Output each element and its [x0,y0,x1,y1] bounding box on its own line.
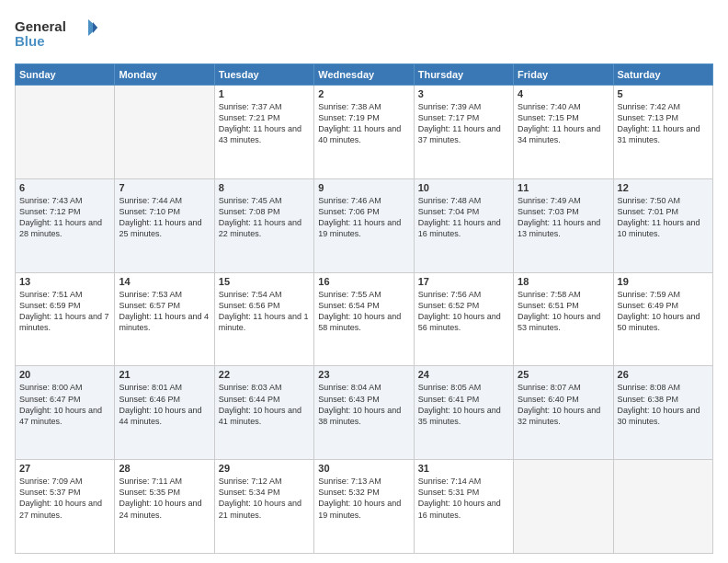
day-number: 19 [618,276,709,287]
table-row: 25Sunrise: 8:07 AMSunset: 6:40 PMDayligh… [514,366,613,460]
day-detail: Sunrise: 7:38 AM [318,102,381,111]
day-detail: Daylight: 10 hours and 21 minutes. [219,499,301,519]
day-info: Sunrise: 7:44 AMSunset: 7:10 PMDaylight:… [119,195,210,240]
day-number: 11 [518,182,609,193]
calendar-week-row: 13Sunrise: 7:51 AMSunset: 6:59 PMDayligh… [16,272,713,366]
day-detail: Daylight: 10 hours and 56 minutes. [418,312,501,332]
day-number: 15 [219,276,310,287]
day-detail: Sunrise: 7:42 AM [618,102,681,111]
day-info: Sunrise: 7:14 AMSunset: 5:31 PMDaylight:… [418,476,509,521]
day-detail: Daylight: 11 hours and 43 minutes. [219,124,301,144]
day-number: 30 [318,463,409,474]
day-detail: Sunrise: 7:56 AM [418,290,482,299]
table-row: 11Sunrise: 7:49 AMSunset: 7:03 PMDayligh… [514,178,613,272]
day-detail: Daylight: 10 hours and 41 minutes. [219,406,301,426]
table-row: 30Sunrise: 7:13 AMSunset: 5:32 PMDayligh… [314,460,414,554]
table-row: 7Sunrise: 7:44 AMSunset: 7:10 PMDaylight… [115,178,214,272]
day-info: Sunrise: 7:48 AMSunset: 7:04 PMDaylight:… [418,195,509,240]
day-number: 29 [219,463,310,474]
day-info: Sunrise: 7:42 AMSunset: 7:13 PMDaylight:… [618,101,709,146]
day-info: Sunrise: 7:40 AMSunset: 7:15 PMDaylight:… [518,101,609,146]
day-detail: Sunset: 5:31 PM [418,488,480,497]
day-detail: Daylight: 10 hours and 35 minutes. [418,406,501,426]
day-number: 23 [318,369,409,380]
day-number: 4 [518,88,609,99]
day-detail: Sunset: 7:12 PM [19,207,81,216]
day-detail: Sunset: 6:51 PM [518,301,579,310]
day-detail: Daylight: 11 hours and 37 minutes. [418,124,501,144]
day-number: 24 [418,369,509,380]
day-detail: Daylight: 11 hours and 40 minutes. [318,124,401,144]
table-row: 13Sunrise: 7:51 AMSunset: 6:59 PMDayligh… [16,272,115,366]
table-row: 4Sunrise: 7:40 AMSunset: 7:15 PMDaylight… [514,86,613,179]
day-number: 7 [119,182,210,193]
table-row: 27Sunrise: 7:09 AMSunset: 5:37 PMDayligh… [16,460,115,554]
day-detail: Sunrise: 7:37 AM [219,102,282,111]
day-detail: Sunset: 6:56 PM [219,301,280,310]
day-info: Sunrise: 7:43 AMSunset: 7:12 PMDaylight:… [19,195,110,240]
day-detail: Sunrise: 7:45 AM [219,196,282,205]
calendar-week-row: 20Sunrise: 8:00 AMSunset: 6:47 PMDayligh… [16,366,713,460]
day-detail: Sunrise: 7:58 AM [518,290,581,299]
day-detail: Sunset: 6:46 PM [119,395,180,404]
table-row: 16Sunrise: 7:55 AMSunset: 6:54 PMDayligh… [314,272,414,366]
day-detail: Sunset: 6:44 PM [219,395,280,404]
day-number: 5 [618,88,709,99]
table-row: 21Sunrise: 8:01 AMSunset: 6:46 PMDayligh… [115,366,214,460]
day-detail: Daylight: 11 hours and 4 minutes. [119,312,209,332]
day-detail: Sunset: 6:54 PM [318,301,380,310]
table-row: 14Sunrise: 7:53 AMSunset: 6:57 PMDayligh… [115,272,214,366]
day-detail: Daylight: 10 hours and 24 minutes. [119,499,201,519]
table-row: 31Sunrise: 7:14 AMSunset: 5:31 PMDayligh… [414,460,513,554]
table-row [115,86,214,179]
table-row: 24Sunrise: 8:05 AMSunset: 6:41 PMDayligh… [414,366,513,460]
day-number: 9 [318,182,409,193]
day-number: 25 [518,369,609,380]
day-number: 6 [19,182,110,193]
day-detail: Daylight: 11 hours and 22 minutes. [219,218,301,238]
table-row: 22Sunrise: 8:03 AMSunset: 6:44 PMDayligh… [214,366,313,460]
day-detail: Sunset: 7:13 PM [618,113,679,122]
day-number: 1 [219,88,310,99]
table-row [514,460,613,554]
day-number: 26 [618,369,709,380]
day-info: Sunrise: 7:55 AMSunset: 6:54 PMDaylight:… [318,289,409,334]
svg-text:General: General [15,18,66,34]
day-number: 13 [19,276,110,287]
table-row [16,86,115,179]
day-info: Sunrise: 7:49 AMSunset: 7:03 PMDaylight:… [518,195,609,240]
calendar-week-row: 1Sunrise: 7:37 AMSunset: 7:21 PMDaylight… [16,86,713,179]
day-detail: Daylight: 10 hours and 27 minutes. [19,499,102,519]
day-number: 31 [418,463,509,474]
day-info: Sunrise: 7:11 AMSunset: 5:35 PMDaylight:… [119,476,210,521]
table-row: 8Sunrise: 7:45 AMSunset: 7:08 PMDaylight… [214,178,313,272]
day-detail: Sunrise: 7:40 AM [518,102,581,111]
day-info: Sunrise: 7:39 AMSunset: 7:17 PMDaylight:… [418,101,509,146]
day-detail: Sunset: 6:43 PM [318,395,380,404]
day-info: Sunrise: 8:05 AMSunset: 6:41 PMDaylight:… [418,382,509,427]
day-detail: Sunset: 7:01 PM [618,207,679,216]
day-detail: Daylight: 10 hours and 30 minutes. [618,406,700,426]
day-detail: Sunset: 7:19 PM [318,113,380,122]
table-row: 17Sunrise: 7:56 AMSunset: 6:52 PMDayligh… [414,272,513,366]
day-detail: Sunset: 6:57 PM [119,301,180,310]
logo: General Blue [15,15,97,56]
day-detail: Daylight: 11 hours and 25 minutes. [119,218,201,238]
day-detail: Daylight: 11 hours and 13 minutes. [518,218,600,238]
header-saturday: Saturday [613,64,712,86]
day-info: Sunrise: 7:45 AMSunset: 7:08 PMDaylight:… [219,195,310,240]
day-detail: Sunrise: 7:39 AM [418,102,482,111]
day-detail: Sunrise: 7:55 AM [318,290,381,299]
weekday-header-row: Sunday Monday Tuesday Wednesday Thursday… [16,64,713,86]
table-row: 12Sunrise: 7:50 AMSunset: 7:01 PMDayligh… [613,178,712,272]
day-number: 2 [318,88,409,99]
day-detail: Sunset: 7:21 PM [219,113,280,122]
day-detail: Daylight: 10 hours and 47 minutes. [19,406,102,426]
day-detail: Sunrise: 7:46 AM [318,196,381,205]
day-info: Sunrise: 7:09 AMSunset: 5:37 PMDaylight:… [19,476,110,521]
table-row [613,460,712,554]
calendar-week-row: 6Sunrise: 7:43 AMSunset: 7:12 PMDaylight… [16,178,713,272]
day-detail: Daylight: 10 hours and 44 minutes. [119,406,201,426]
table-row: 20Sunrise: 8:00 AMSunset: 6:47 PMDayligh… [16,366,115,460]
day-detail: Sunset: 7:03 PM [518,207,579,216]
